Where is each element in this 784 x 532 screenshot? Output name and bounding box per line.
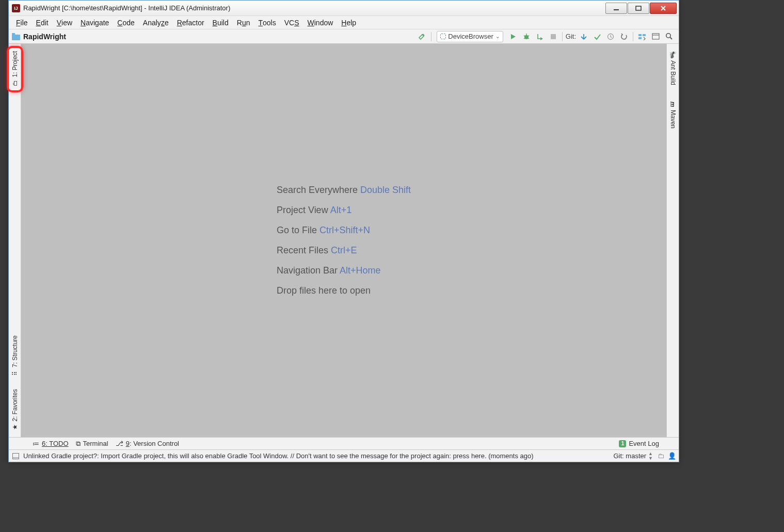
project-structure-button[interactable] [635, 30, 649, 43]
window-controls [605, 3, 677, 14]
window-title: RapidWright [C:\home\test\RapidWright] -… [23, 4, 605, 12]
terminal-icon: ⧉ [76, 440, 81, 448]
debug-button[interactable] [520, 30, 533, 43]
svg-point-4 [524, 35, 529, 39]
settings-button[interactable] [649, 30, 662, 43]
right-tool-gutter: 🐜 Ant Build m Maven [666, 44, 679, 437]
minimize-button[interactable] [605, 3, 627, 14]
breadcrumb-project[interactable]: RapidWright [23, 33, 66, 41]
hint-project-view: Project View Alt+1 [277, 205, 411, 216]
menubar: File Edit View Navigate Code Analyze Ref… [9, 16, 679, 29]
tool-tab-structure-label: 7: Structure [11, 335, 19, 367]
stop-button[interactable] [547, 30, 560, 43]
svg-point-17 [666, 34, 670, 38]
run-button[interactable] [506, 30, 520, 43]
tool-tab-ant-label: Ant Build [669, 60, 677, 85]
tool-tab-event-log[interactable]: 1 Event Log [619, 440, 659, 447]
git-branch-label: Git: master [614, 452, 647, 460]
status-message[interactable]: Unlinked Gradle project?: Import Gradle … [23, 452, 610, 460]
navigation-bar: RapidWright DeviceBrowser ⌄ Git: [9, 29, 679, 44]
menu-navigate[interactable]: Navigate [76, 17, 113, 28]
chevron-down-icon: ⌄ [495, 34, 500, 39]
editor-empty-area[interactable]: Search Everywhere Double Shift Project V… [21, 44, 666, 437]
tool-windows-toggle-icon[interactable] [12, 453, 19, 460]
menu-refactor[interactable]: Refactor [173, 17, 209, 28]
app-window: IJ RapidWright [C:\home\test\RapidWright… [8, 0, 679, 462]
hint-search-everywhere: Search Everywhere Double Shift [277, 185, 411, 196]
branch-dropdown-icon: ▲▼ [648, 452, 653, 461]
bottom-tool-strip: ≔ 6: TODO ⧉ Terminal ⎇ 9: Version Contro… [9, 437, 679, 449]
titlebar: IJ RapidWright [C:\home\test\RapidWright… [9, 1, 679, 16]
svg-rect-10 [551, 34, 556, 39]
tool-tab-structure[interactable]: ⠿ 7: Structure [10, 332, 20, 380]
run-coverage-button[interactable] [533, 30, 547, 43]
menu-code[interactable]: Code [113, 17, 138, 28]
hint-drop-files: Drop files here to open [277, 285, 411, 296]
tool-tab-maven-label: Maven [669, 110, 677, 128]
close-button[interactable] [650, 3, 677, 14]
svg-rect-15 [652, 34, 659, 39]
vcs-update-button[interactable] [577, 30, 590, 43]
ant-icon: 🐜 [669, 51, 677, 59]
hint-nav-bar: Navigation Bar Alt+Home [277, 265, 411, 276]
todo-icon: ≔ [33, 440, 39, 447]
svg-line-18 [670, 38, 672, 40]
vcs-revert-button[interactable] [617, 30, 631, 43]
ide-body: 🗀 1: Project ⠿ 7: Structure ★ 2: Favorit… [9, 44, 679, 437]
menu-file[interactable]: File [12, 17, 32, 28]
tool-tab-project-label: 1: Project [11, 51, 19, 77]
svg-line-6 [524, 36, 525, 36]
menu-run[interactable]: Run [233, 17, 254, 28]
git-branch-widget[interactable]: Git: master ▲▼ [614, 452, 653, 461]
menu-help[interactable]: Help [337, 17, 360, 28]
tool-tab-favorites[interactable]: ★ 2: Favorites [10, 386, 20, 434]
project-folder-icon [12, 33, 20, 40]
star-icon: ★ [11, 425, 19, 430]
menu-edit[interactable]: Edit [32, 17, 53, 28]
svg-rect-14 [638, 37, 642, 39]
svg-line-7 [528, 36, 529, 36]
svg-line-8 [524, 38, 525, 39]
branch-icon: ⎇ [116, 440, 123, 447]
menu-window[interactable]: Window [303, 17, 338, 28]
svg-rect-19 [12, 453, 19, 459]
lock-icon[interactable]: 🗀 [657, 453, 664, 460]
run-config-selector[interactable]: DeviceBrowser ⌄ [437, 31, 503, 42]
editor-hints: Search Everywhere Double Shift Project V… [277, 175, 411, 305]
tool-tab-todo[interactable]: ≔ 6: TODO [33, 440, 69, 447]
maven-icon: m [669, 102, 677, 107]
tool-tab-project[interactable]: 🗀 1: Project [10, 48, 20, 90]
git-label: Git: [566, 33, 576, 40]
tool-tab-terminal[interactable]: ⧉ Terminal [76, 440, 108, 448]
vcs-history-button[interactable] [604, 30, 617, 43]
build-hammer-icon[interactable] [415, 30, 429, 43]
tool-tab-version-control[interactable]: ⎇ 9: Version Control [116, 440, 179, 447]
tool-tab-favorites-label: 2: Favorites [11, 389, 19, 422]
maximize-button[interactable] [628, 3, 649, 14]
left-tool-gutter: 🗀 1: Project ⠿ 7: Structure ★ 2: Favorit… [9, 44, 21, 437]
svg-rect-13 [643, 34, 646, 36]
menu-vcs[interactable]: VCS [280, 17, 303, 28]
vcs-commit-button[interactable] [590, 30, 604, 43]
tool-tab-ant[interactable]: 🐜 Ant Build [668, 48, 678, 88]
event-count-badge: 1 [619, 440, 626, 447]
hector-icon[interactable]: 👤 [668, 453, 676, 460]
menu-build[interactable]: Build [209, 17, 233, 28]
hint-recent-files: Recent Files Ctrl+E [277, 245, 411, 256]
menu-analyze[interactable]: Analyze [139, 17, 173, 28]
menu-view[interactable]: View [53, 17, 76, 28]
hint-goto-file: Go to File Ctrl+Shift+N [277, 225, 411, 236]
svg-line-9 [528, 38, 529, 39]
status-bar: Unlinked Gradle project?: Import Gradle … [9, 449, 679, 462]
structure-icon: ⠿ [11, 371, 19, 376]
folder-icon: 🗀 [11, 80, 19, 86]
menu-tools[interactable]: Tools [254, 17, 280, 28]
svg-rect-1 [636, 6, 641, 10]
tool-tab-maven[interactable]: m Maven [668, 98, 678, 132]
intellij-icon: IJ [12, 4, 20, 12]
run-config-icon [440, 34, 446, 39]
svg-rect-12 [638, 34, 642, 36]
run-config-name: DeviceBrowser [448, 33, 493, 40]
search-everywhere-button[interactable] [662, 30, 676, 43]
